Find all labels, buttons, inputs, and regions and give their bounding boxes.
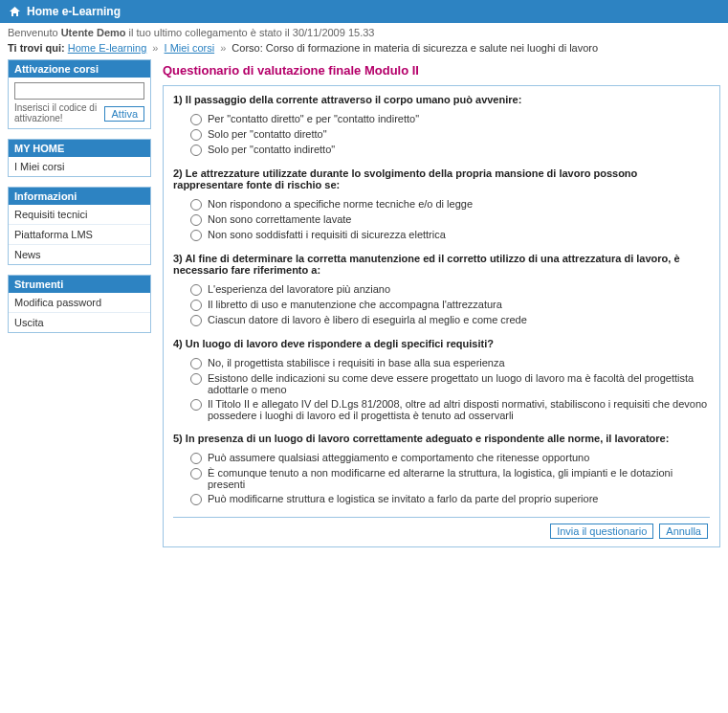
- breadcrumb-sep: »: [149, 42, 161, 54]
- question-3: 3) Al fine di determinare la corretta ma…: [173, 253, 710, 326]
- radio-input[interactable]: [190, 453, 202, 464]
- question-option[interactable]: Non sono soddisfatti i requisiti di sicu…: [190, 229, 710, 241]
- radio-input[interactable]: [190, 199, 202, 211]
- info-box: Informazioni Requisiti tecnici Piattafor…: [8, 187, 151, 265]
- question-option[interactable]: Non rispondono a specifiche norme tecnic…: [190, 198, 710, 211]
- question-text: 4) Un luogo di lavoro deve rispondere a …: [173, 338, 710, 349]
- question-text: 2) Le attrezzature utilizzate durante lo…: [173, 167, 710, 190]
- quiz-footer: Invia il questionario Annulla: [173, 517, 710, 541]
- welcome-lastlogin: 30/11/2009 15.33: [293, 27, 375, 38]
- info-title: Informazioni: [9, 188, 150, 205]
- home-icon: [9, 6, 21, 17]
- topbar: Home e-Learning: [0, 0, 728, 23]
- myhome-title: MY HOME: [9, 140, 150, 157]
- option-label: Esistono delle indicazioni su come deve …: [208, 372, 710, 395]
- radio-input[interactable]: [190, 358, 202, 369]
- activation-code-input[interactable]: [14, 82, 144, 100]
- option-label: Non rispondono a specifiche norme tecnic…: [208, 198, 473, 210]
- submit-quiz-button[interactable]: Invia il questionario: [550, 524, 653, 539]
- activation-box: Attivazione corsi Inserisci il codice di…: [8, 59, 151, 129]
- activate-button[interactable]: Attiva: [104, 106, 144, 122]
- myhome-box: MY HOME I Miei corsi: [8, 139, 151, 177]
- question-option[interactable]: Non sono correttamente lavate: [190, 213, 710, 226]
- radio-input[interactable]: [190, 114, 202, 125]
- question-option[interactable]: Il libretto di uso e manutenzione che ac…: [190, 299, 710, 311]
- question-1: 1) Il passaggio della corrente attravers…: [173, 94, 710, 156]
- radio-input[interactable]: [190, 373, 202, 385]
- question-5: 5) In presenza di un luogo di lavoro cor…: [173, 433, 710, 505]
- question-text: 3) Al fine di determinare la corretta ma…: [173, 253, 710, 276]
- option-label: Non sono soddisfatti i requisiti di sicu…: [208, 229, 446, 240]
- question-option[interactable]: Può assumere qualsiasi atteggiamento e c…: [190, 452, 710, 464]
- radio-input[interactable]: [190, 300, 202, 311]
- radio-input[interactable]: [190, 214, 202, 226]
- option-label: L'esperienza del lavoratore più anziano: [208, 283, 390, 295]
- breadcrumb-item-home[interactable]: Home E-learning: [68, 42, 147, 54]
- radio-input[interactable]: [190, 145, 202, 156]
- option-label: Solo per "contatto indiretto": [208, 144, 335, 155]
- breadcrumb-label: Ti trovi qui:: [8, 42, 65, 54]
- option-label: Ciascun datore di lavoro è libero di ese…: [208, 314, 527, 325]
- option-label: Il Titolo II e allegato IV del D.Lgs 81/…: [208, 398, 710, 421]
- sidebar-item-tech-req[interactable]: Requisiti tecnici: [9, 205, 150, 224]
- question-text: 1) Il passaggio della corrente attravers…: [173, 94, 710, 105]
- sidebar-item-lms[interactable]: Piattaforma LMS: [9, 224, 150, 244]
- breadcrumb-sep: »: [217, 42, 229, 54]
- page-title: Home e-Learning: [27, 5, 121, 18]
- question-2: 2) Le attrezzature utilizzate durante lo…: [173, 167, 710, 241]
- question-option[interactable]: No, il progettista stabilisce i requisit…: [190, 357, 710, 369]
- option-label: È comunque tenuto a non modificarne ed a…: [208, 467, 710, 490]
- sidebar: Attivazione corsi Inserisci il codice di…: [8, 59, 151, 343]
- welcome-line: Benvenuto Utente Demo il tuo ultimo coll…: [0, 23, 728, 40]
- activation-hint: Inserisci il codice di attivazione!: [14, 103, 99, 123]
- cancel-button[interactable]: Annulla: [659, 524, 708, 539]
- breadcrumb: Ti trovi qui: Home E-learning » I Miei c…: [0, 40, 728, 59]
- question-option[interactable]: Può modificarne struttura e logistica se…: [190, 493, 710, 505]
- radio-input[interactable]: [190, 494, 202, 505]
- welcome-prefix: Benvenuto: [8, 27, 58, 38]
- main-content: Questionario di valutazione finale Modul…: [163, 59, 720, 547]
- tools-box: Strumenti Modifica password Uscita: [8, 275, 151, 333]
- tools-title: Strumenti: [9, 276, 150, 293]
- question-option[interactable]: È comunque tenuto a non modificarne ed a…: [190, 467, 710, 490]
- option-label: Può assumere qualsiasi atteggiamento e c…: [208, 452, 589, 463]
- question-option[interactable]: Esistono delle indicazioni su come deve …: [190, 372, 710, 395]
- option-label: Solo per "contatto diretto": [208, 128, 327, 140]
- radio-input[interactable]: [190, 468, 202, 479]
- sidebar-item-news[interactable]: News: [9, 244, 150, 264]
- sidebar-item-change-password[interactable]: Modifica password: [9, 293, 150, 312]
- radio-input[interactable]: [190, 129, 202, 141]
- sidebar-item-my-courses[interactable]: I Miei corsi: [9, 157, 150, 176]
- radio-input[interactable]: [190, 315, 202, 326]
- activation-title: Attivazione corsi: [9, 60, 150, 78]
- breadcrumb-item-courses[interactable]: I Miei corsi: [165, 42, 215, 54]
- question-option[interactable]: Per "contatto diretto" e per "contatto i…: [190, 113, 710, 125]
- question-text: 5) In presenza di un luogo di lavoro cor…: [173, 433, 710, 444]
- radio-input[interactable]: [190, 399, 202, 411]
- quiz-form: 1) Il passaggio della corrente attravers…: [163, 85, 720, 547]
- question-option[interactable]: Il Titolo II e allegato IV del D.Lgs 81/…: [190, 398, 710, 421]
- welcome-user: Utente Demo: [61, 27, 126, 38]
- sidebar-item-logout[interactable]: Uscita: [9, 312, 150, 332]
- question-option[interactable]: Solo per "contatto indiretto": [190, 144, 710, 156]
- question-option[interactable]: L'esperienza del lavoratore più anziano: [190, 283, 710, 296]
- welcome-lastlogin-text: il tuo ultimo collegamento è stato il: [129, 27, 290, 38]
- option-label: Può modificarne struttura e logistica se…: [208, 493, 598, 504]
- question-option[interactable]: Ciascun datore di lavoro è libero di ese…: [190, 314, 710, 326]
- radio-input[interactable]: [190, 230, 202, 241]
- option-label: Non sono correttamente lavate: [208, 213, 351, 225]
- option-label: Il libretto di uso e manutenzione che ac…: [208, 299, 502, 310]
- breadcrumb-item-current: Corso: Corso di formazione in materia di…: [232, 42, 598, 54]
- option-label: No, il progettista stabilisce i requisit…: [208, 357, 505, 368]
- option-label: Per "contatto diretto" e per "contatto i…: [208, 113, 419, 124]
- question-option[interactable]: Solo per "contatto diretto": [190, 128, 710, 141]
- radio-input[interactable]: [190, 284, 202, 296]
- question-4: 4) Un luogo di lavoro deve rispondere a …: [173, 338, 710, 421]
- quiz-title: Questionario di valutazione finale Modul…: [163, 59, 720, 85]
